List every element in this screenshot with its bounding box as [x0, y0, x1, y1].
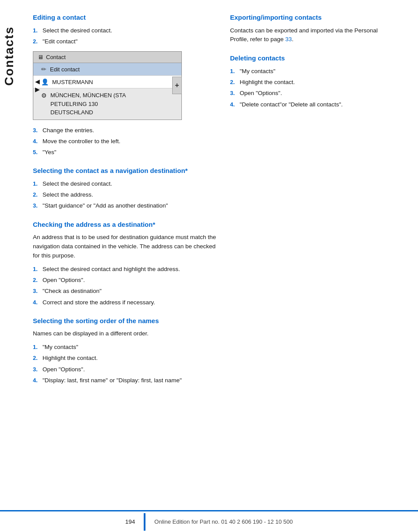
list-item: 3. Open "Options". — [33, 365, 217, 374]
section-sorting: Selecting the sorting order of the names… — [33, 317, 217, 385]
list-item: 2. Highlight the contact. — [230, 78, 397, 87]
list-item: 3. Change the entries. — [33, 126, 217, 135]
section-checking: Checking the address as a destination* A… — [33, 220, 217, 307]
list-item: 3. Open "Options". — [230, 89, 397, 98]
list-item: 1. "My contacts" — [230, 67, 397, 76]
list-item: 3. "Check as destination" — [33, 287, 217, 296]
section-exporting: Exporting/importing contacts Contacts ca… — [230, 13, 397, 44]
list-item: 1. "My contacts" — [33, 343, 217, 352]
mustermann-row: 👤 MUSTERMANN — [33, 76, 181, 88]
sorting-steps: 1. "My contacts" 2. Highlight the contac… — [33, 343, 217, 385]
step-text: "Delete contact"or "Delete all contacts"… — [240, 100, 343, 109]
step-num: 2. — [33, 276, 39, 285]
step-text: "My contacts" — [240, 67, 276, 76]
step-num: 3. — [33, 365, 39, 374]
selecting-nav-title: Selecting the contact as a navigation de… — [33, 166, 217, 175]
checking-para: An address that is to be used for destin… — [33, 233, 217, 261]
side-tab-label: Contacts — [2, 26, 16, 86]
list-item: 2. Highlight the contact. — [33, 354, 217, 363]
address-icon: ⚙ — [41, 92, 47, 99]
step-num: 5. — [33, 148, 39, 157]
step-num: 1. — [230, 67, 236, 76]
step-num: 3. — [33, 201, 39, 210]
step-text: Select the desired contact. — [43, 180, 112, 188]
step-num: 4. — [33, 376, 39, 385]
step-num: 2. — [33, 354, 39, 363]
step-num: 4. — [33, 137, 39, 146]
plus-button[interactable]: + — [172, 77, 182, 94]
step-num: 1. — [33, 265, 39, 274]
step-num: 1. — [33, 180, 39, 188]
checking-title: Checking the address as a destination* — [33, 220, 217, 229]
left-column: Editing a contact 1. Select the desired … — [33, 13, 217, 395]
list-item: 5. "Yes" — [33, 148, 217, 157]
step-text: "Check as destination" — [43, 287, 102, 296]
list-item: 1. Select the desired contact and highli… — [33, 265, 217, 274]
side-tab: Contacts — [0, 0, 18, 532]
edit-contact-row[interactable]: ✏ Edit contact — [33, 63, 181, 76]
sorting-title: Selecting the sorting order of the names — [33, 317, 217, 325]
left-arrow-icon[interactable]: ◀ — [35, 78, 40, 85]
contact-header-icon: 🖥 — [38, 54, 43, 60]
editing-steps-after-box: 3. Change the entries. 4. Move the contr… — [33, 126, 217, 157]
list-item: 2. Select the address. — [33, 190, 217, 199]
step-num: 3. — [230, 89, 236, 98]
section-selecting-nav: Selecting the contact as a navigation de… — [33, 166, 217, 210]
footer-divider — [144, 513, 145, 531]
mustermann-label: MUSTERMANN — [52, 79, 93, 85]
section-deleting: Deleting contacts 1. "My contacts" 2. Hi… — [230, 54, 397, 109]
editing-title: Editing a contact — [33, 13, 217, 22]
list-item: 4. "Delete contact"or "Delete all contac… — [230, 100, 397, 109]
step-num: 1. — [33, 26, 39, 35]
address-row: ⚙ MÜNCHEN, MÜNCHEN (STA PETUELRING 130 D… — [33, 88, 181, 120]
step-text: "Display: last, first name" or "Display:… — [43, 376, 182, 385]
address-line2: PETUELRING 130 — [50, 100, 126, 109]
deleting-steps: 1. "My contacts" 2. Highlight the contac… — [230, 67, 397, 109]
step-num: 2. — [230, 78, 236, 87]
step-text: Open "Options". — [240, 89, 282, 98]
right-arrow-icon[interactable]: ▶ — [35, 86, 40, 93]
step-num: 3. — [33, 287, 39, 296]
exporting-page-link[interactable]: 33 — [285, 36, 292, 42]
list-item: 1. Select the desired contact. — [33, 180, 217, 188]
edit-contact-label: Edit contact — [50, 66, 80, 73]
step-text: Highlight the contact. — [43, 354, 98, 363]
step-text: Select the desired contact and highlight… — [43, 265, 180, 274]
nav-arrows[interactable]: ◀ ▶ — [35, 78, 40, 93]
contact-header-label: Contact — [46, 54, 66, 60]
footer-edition-text: Online Edition for Part no. 01 40 2 606 … — [154, 518, 293, 525]
deleting-title: Deleting contacts — [230, 54, 397, 63]
right-column: Exporting/importing contacts Contacts ca… — [230, 13, 397, 395]
step-text: Highlight the contact. — [240, 78, 295, 87]
step-num: 4. — [230, 100, 236, 109]
list-item: 1. Select the desired contact. — [33, 26, 217, 35]
list-item: 2. Open "Options". — [33, 276, 217, 285]
step-text: Select the address. — [43, 190, 93, 199]
exporting-para-dot: . — [292, 36, 294, 42]
edit-icon: ✏ — [41, 66, 46, 73]
person-icon: 👤 — [41, 78, 49, 85]
step-num: 2. — [33, 37, 39, 46]
address-text: MÜNCHEN, MÜNCHEN (STA PETUELRING 130 DEU… — [50, 91, 126, 117]
step-num: 4. — [33, 298, 39, 307]
step-text: Open "Options". — [43, 365, 85, 374]
step-text: "Edit contact" — [43, 37, 78, 46]
page-number: 194 — [125, 518, 135, 525]
editing-steps-before-box: 1. Select the desired contact. 2. "Edit … — [33, 26, 217, 46]
step-text: Correct and store the address if necessa… — [43, 298, 155, 307]
checking-steps: 1. Select the desired contact and highli… — [33, 265, 217, 307]
address-line3: DEUTSCHLAND — [50, 108, 126, 117]
section-editing: Editing a contact 1. Select the desired … — [33, 13, 217, 157]
step-text: Select the desired contact. — [43, 26, 112, 35]
footer: 194 Online Edition for Part no. 01 40 2 … — [0, 510, 418, 532]
step-num: 3. — [33, 126, 39, 135]
step-num: 1. — [33, 343, 39, 352]
step-text: Open "Options". — [43, 276, 85, 285]
address-line1: MÜNCHEN, MÜNCHEN (STA — [50, 91, 126, 100]
exporting-para: Contacts can be exported and imported vi… — [230, 26, 397, 45]
list-item: 2. "Edit contact" — [33, 37, 217, 46]
step-text: "Yes" — [43, 148, 57, 157]
step-text: "Start guidance" or "Add as another dest… — [43, 201, 168, 210]
list-item: 4. Correct and store the address if nece… — [33, 298, 217, 307]
selecting-nav-steps: 1. Select the desired contact. 2. Select… — [33, 180, 217, 211]
